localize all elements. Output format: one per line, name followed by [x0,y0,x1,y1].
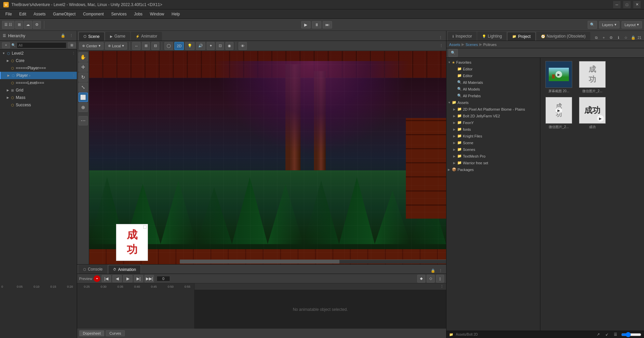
asset-2d-pixel[interactable]: ▶ 📁 2D Pixel Art Platformer Biome - Plai… [446,106,540,113]
menu-services[interactable]: Services [108,11,130,17]
anim-prev-btn[interactable]: ◀ [112,275,122,282]
gizmo-hand-btn[interactable]: ✋ [78,52,88,62]
hierarchy-menu-btn[interactable]: ⋮ [68,33,74,39]
hierarchy-search-input[interactable] [17,42,66,48]
scene-viewport[interactable]: 成功 [89,51,446,264]
hierarchy-item-player-sep[interactable]: ⬡ =====Player=== [0,64,77,72]
center-dropdown[interactable]: ⊕ Center ▾ [79,42,104,50]
anim-lock-btn[interactable]: 🔒 [430,268,436,274]
packages-header[interactable]: ▶ 📦 Packages [446,166,540,173]
menu-window[interactable]: Window [147,11,168,17]
asset-warrior[interactable]: ▶ 📁 Warrior free set [446,160,540,166]
gizmo-rotate-btn[interactable]: ↻ [78,72,88,82]
step-button[interactable]: ⏭ [323,21,332,29]
right-copy-btn[interactable]: ⧉ [593,35,599,41]
hierarchy-item-core[interactable]: ▶ ⬡ Core [0,57,77,64]
snap-btn[interactable]: ⊞ [142,42,150,50]
tab-game[interactable]: ▶ Game [105,32,130,41]
toolbar-settings-btn[interactable]: ⚙ [33,21,41,29]
hierarchy-add-btn[interactable]: + [2,42,10,48]
layers-dropdown[interactable]: Layers ▾ [599,21,620,29]
hierarchy-item-level2[interactable]: ▼ ⬡ Level2 ⋮ [0,50,77,57]
status-btn-2[interactable]: ↙ [604,332,610,338]
tab-animation[interactable]: ⏱ Animation [108,265,141,274]
right-info-btn[interactable]: ℹ [615,35,622,41]
anim-menu-btn[interactable]: ⋮ [437,268,443,274]
fav-materials[interactable]: 🔍 All Materials [446,79,540,86]
anim-play-btn[interactable]: ▶ [123,275,132,282]
asset-scene[interactable]: ▶ 📁 Scene [446,139,540,146]
maximize-button[interactable]: □ [623,1,631,8]
asset-bolt2d[interactable]: ▶ 📁 Bolt 2D JellyFarm VE2 [446,113,540,119]
asset-item-screenshot[interactable]: ▶ 屏幕截图 20... [544,61,574,94]
minimize-button[interactable]: ─ [613,1,621,8]
2d-btn[interactable]: 2D [174,42,184,50]
fav-editor-2[interactable]: 📁 Editor [446,72,540,79]
menu-assets[interactable]: Assets [30,11,49,17]
menu-file[interactable]: File [2,11,15,17]
hierarchy-item-level-sep[interactable]: ⬡ =====Level=== [0,79,77,87]
hierarchy-lock-btn[interactable]: 🔒 [60,33,66,39]
view-btn[interactable]: ◯ [164,42,173,50]
breadcrumb-scenes[interactable]: Scenes [466,43,478,47]
hierarchy-filter-btn[interactable]: ⊞ [68,42,76,48]
hierarchy-item-player[interactable]: ▶ ⬡ Player › ⋮ [0,72,77,79]
asset-item-chinese1[interactable]: 成功 微信图片_2... [577,61,607,94]
tab-project[interactable]: 📁 Project [507,32,535,41]
scene-scrollbar[interactable] [180,260,446,264]
dopesheet-btn[interactable]: Dopesheet [79,330,104,336]
status-btn-3[interactable]: ☰ [612,332,619,338]
gizmo-scale-btn[interactable]: ⤡ [78,82,88,92]
pause-button[interactable]: ⏸ [312,21,321,29]
anim-first-btn[interactable]: |◀ [102,275,111,282]
menu-gameobject[interactable]: GameObject [50,11,79,17]
player-dots[interactable]: ⋮ [72,73,77,78]
gizmos-btn[interactable]: ◉ [225,42,233,50]
toolbar-cloud-btn[interactable]: ☁ [24,21,32,29]
scene-options-btn[interactable]: ⋮ [437,35,443,41]
anim-key-btn[interactable]: ◆ [417,275,425,283]
gizmo-extra-btn[interactable]: ⋯ [78,116,88,125]
project-search-btn[interactable]: 🔍 [448,49,458,57]
asset-fonts[interactable]: ▶ 📁 fonts [446,126,540,133]
status-btn-1[interactable]: ↗ [595,332,601,338]
level2-dots[interactable]: ⋮ [72,51,77,56]
asset-feony[interactable]: ▶ 📁 FeonY [446,119,540,126]
right-lock2-btn[interactable]: 🔒 [630,35,636,41]
scene-scroll-thumb[interactable] [180,260,339,264]
move-tool-btn[interactable]: ↔ [132,42,141,50]
anim-frame-btn[interactable]: | [436,275,444,283]
right-add-btn[interactable]: + [601,35,607,41]
asset-scenes[interactable]: ▶ 📁 Scenes [446,146,540,153]
layout-dropdown[interactable]: Layout ▾ [622,21,642,29]
assets-header[interactable]: ▼ 📁 Assets [446,99,540,106]
curves-btn[interactable]: Curves [106,330,125,336]
menu-edit[interactable]: Edit [16,11,30,17]
scene-menu-btn[interactable]: ⋮ [438,43,444,49]
anim-next-btn[interactable]: ▶| [134,275,143,282]
grid-btn[interactable]: ⊟ [151,42,159,50]
local-dropdown[interactable]: ⊕ Local ▾ [105,42,127,50]
tab-animator[interactable]: ⚡ Animator [131,32,162,41]
right-search2-btn[interactable]: ⚙ [608,35,614,41]
fav-editor-1[interactable]: 📁 Editor [446,66,540,72]
tab-lighting[interactable]: 💡 Lighting [477,32,506,41]
menu-component[interactable]: Component [79,11,107,17]
asset-knight[interactable]: ▶ 📁 Knight Files [446,133,540,139]
zoom-slider[interactable] [621,333,641,337]
asset-item-chinese2[interactable]: 成功 ▶ 微信图片_2... [544,97,574,129]
tab-console[interactable]: ⬡ Console [78,265,107,274]
gizmo-rect-btn[interactable]: ⬜ [78,93,88,102]
anim-tangent-btn[interactable]: ◇ [427,275,435,283]
asset-textmesh[interactable]: ▶ 📁 TextMesh Pro [446,153,540,160]
toolbar-hand-btn[interactable]: ☰ ☷ [2,21,14,29]
hierarchy-item-success[interactable]: ⬡ Success [0,101,77,109]
light-btn[interactable]: 💡 [185,42,195,50]
hide-btn[interactable]: 👁 [238,42,247,50]
gizmo-transform-btn[interactable]: ⊕ [78,103,88,112]
anim-record-btn[interactable]: ● [94,275,100,282]
breadcrumb-assets[interactable]: Assets [449,43,460,47]
tab-inspector[interactable]: ℹ Inspector [448,32,477,41]
favorites-header[interactable]: ▼ ★ Favorites [446,59,540,66]
fx-btn[interactable]: ✦ [207,42,215,50]
